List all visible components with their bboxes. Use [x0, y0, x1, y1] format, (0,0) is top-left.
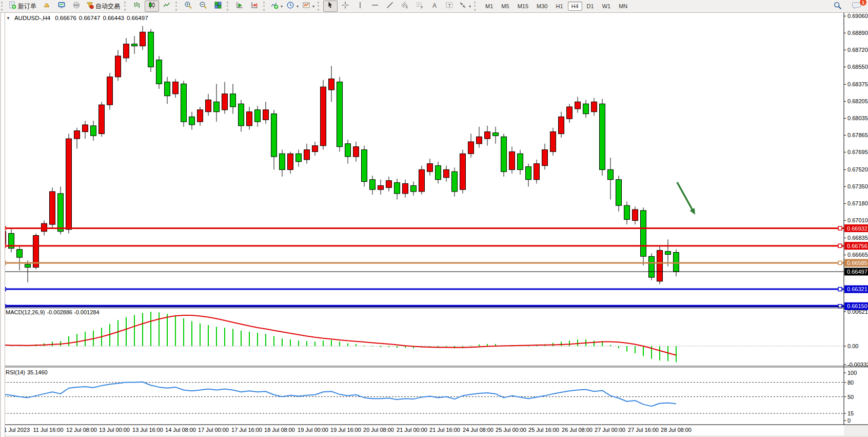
toolbar-grip[interactable] [474, 2, 478, 11]
bear-candle [148, 32, 154, 67]
arrows-dropdown-caret[interactable]: ▾ [469, 4, 471, 9]
hline-handle[interactable] [838, 288, 842, 291]
bear-candle [674, 253, 679, 272]
rsi-axis-labels: 1008050150 [844, 370, 857, 424]
svg-text:0: 0 [847, 417, 851, 424]
notifications-button[interactable]: 1 [850, 1, 864, 12]
timeframe-d1[interactable]: D1 [583, 2, 598, 11]
cursor-tool-button[interactable] [323, 1, 338, 12]
svg-text:50: 50 [847, 394, 854, 400]
equidistant-channel-tool-button[interactable]: E [398, 1, 412, 12]
bear-candle [181, 84, 187, 122]
hline-0.66756[interactable] [2, 244, 844, 248]
main-toolbar: 新订单 自动交易 ▾ [0, 0, 868, 13]
zoom-out-button[interactable] [196, 1, 210, 12]
hline-handle[interactable] [838, 244, 842, 248]
fibonacci-tool-button[interactable]: F [412, 1, 427, 12]
bull-candle [173, 82, 179, 94]
bull-candle [386, 181, 392, 188]
toolbar-grip[interactable] [124, 2, 128, 11]
toolbar-grip[interactable] [227, 2, 231, 11]
svg-text:25 Jul 00:00: 25 Jul 00:00 [496, 427, 526, 433]
hline-handle[interactable] [838, 226, 842, 230]
toolbar-grip[interactable] [1, 2, 5, 11]
bear-candle [411, 185, 417, 192]
svg-text:17 Jul 00:00: 17 Jul 00:00 [198, 427, 229, 433]
text-tool-button[interactable]: A [427, 1, 442, 12]
chart-title-bar[interactable]: ▼ AUDUSD-,H4 0.66676 0.66747 0.66443 0.6… [6, 15, 148, 21]
periods-button[interactable]: ▾ [285, 1, 300, 12]
templates-button[interactable]: ▾ [301, 1, 316, 12]
bear-candle [370, 180, 376, 189]
chart-svg[interactable]: 0.690600.688900.687200.685500.683750.682… [0, 0, 868, 437]
candlestick-type-button[interactable] [145, 1, 159, 12]
macd-indicator-label: MACD(12,26,9) -0.002886 -0.001284 [6, 309, 100, 315]
indicators-dropdown-caret[interactable]: ▾ [281, 4, 283, 9]
timeframe-m5[interactable]: M5 [498, 2, 512, 11]
bear-candle [616, 180, 622, 206]
chart-window-edge[interactable] [0, 12, 5, 437]
hline-0.66932[interactable] [2, 226, 844, 230]
timeframe-h1[interactable]: H1 [552, 2, 566, 11]
vertical-line-tool-button[interactable] [353, 1, 367, 12]
search-button[interactable] [830, 1, 844, 12]
price-badge-0.66321: 0.66321 [844, 286, 868, 293]
hline-0.66321[interactable] [2, 288, 844, 291]
ohlc-high: 0.66747 [79, 15, 101, 21]
svg-text:15: 15 [847, 410, 854, 416]
channel-icon: E [401, 1, 409, 11]
indicators-button[interactable]: ▾ [269, 1, 284, 12]
bull-candle [140, 32, 146, 46]
new-order-button[interactable]: 新订单 [7, 1, 39, 12]
timeframe-mn[interactable]: MN [615, 2, 631, 11]
svg-text:0.66665: 0.66665 [847, 252, 868, 258]
gold-chart-button[interactable] [40, 1, 54, 12]
bull-candle [542, 150, 548, 166]
timeframe-m1[interactable]: M1 [482, 2, 497, 11]
bull-candle [468, 142, 474, 154]
auto-trading-button[interactable]: 自动交易 [84, 1, 123, 12]
tile-windows-button[interactable] [211, 1, 225, 12]
periods-dropdown-caret[interactable]: ▾ [297, 4, 299, 9]
hline-handle[interactable] [838, 261, 842, 264]
candlestick-icon [148, 1, 156, 11]
timeframe-h4[interactable]: H4 [568, 2, 582, 11]
auto-scroll-button[interactable] [232, 1, 247, 12]
bull-candle [559, 117, 564, 134]
timeframe-w1[interactable]: W1 [599, 2, 615, 11]
profile-button[interactable] [54, 1, 69, 12]
text-label-icon: T [445, 1, 453, 11]
annotation-arrow[interactable] [677, 182, 695, 215]
toolbar-grip[interactable] [263, 2, 267, 11]
hline-handle[interactable] [838, 305, 842, 308]
bull-candle [419, 169, 425, 192]
timeframe-m30[interactable]: M30 [533, 2, 551, 11]
chart-shift-button[interactable] [247, 1, 262, 12]
toolbar-grip[interactable] [318, 2, 322, 11]
timeframe-m15[interactable]: M15 [514, 2, 532, 11]
text-label-tool-button[interactable]: T [442, 1, 457, 12]
templates-dropdown-caret[interactable]: ▾ [312, 4, 314, 9]
crosshair-tool-button[interactable] [338, 1, 352, 12]
vertical-line-icon [356, 1, 364, 11]
price-badge-0.66497: 0.66497 [844, 268, 868, 275]
rsi-indicator-label: RSI(14) 35.1460 [6, 369, 48, 375]
indicators-icon [270, 1, 279, 11]
line-chart-type-button[interactable] [160, 1, 174, 12]
bull-candle [83, 125, 88, 132]
toolbar-grip[interactable] [175, 2, 180, 11]
bear-candle [583, 104, 589, 113]
bar-chart-type-button[interactable] [130, 1, 144, 12]
zoom-in-button[interactable] [181, 1, 195, 12]
broadcast-button[interactable] [69, 1, 84, 12]
horizontal-line-tool-button[interactable] [368, 1, 382, 12]
arrows-tool-button[interactable]: ▾ [457, 1, 472, 12]
hline-0.66585[interactable] [2, 261, 844, 264]
one-click-trading-toggle[interactable]: ▼ [6, 16, 10, 21]
text-letter: A [432, 2, 437, 9]
text-icon: A [430, 1, 439, 11]
template-icon [302, 1, 310, 11]
hline-0.66150[interactable] [2, 305, 844, 308]
new-order-icon [8, 1, 16, 11]
trendline-tool-button[interactable] [383, 1, 397, 12]
